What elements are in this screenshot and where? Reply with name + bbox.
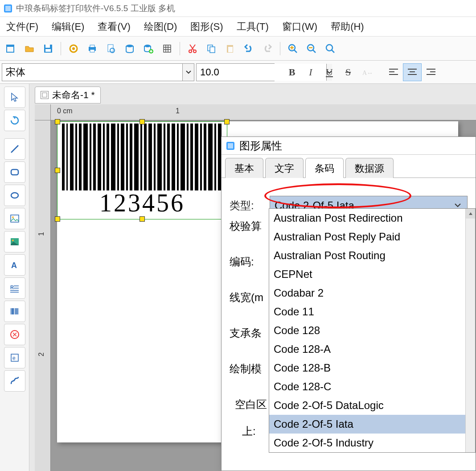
document-tab[interactable]: 未命名-1 * — [35, 87, 101, 103]
titlebar: 中琅条码标签打印软件-V6.5.5 工业版 多机 — [0, 0, 476, 17]
paste-button[interactable] — [222, 41, 238, 57]
database-button[interactable] — [122, 41, 138, 57]
svg-rect-60 — [157, 124, 162, 190]
menu-shape[interactable]: 图形(S) — [188, 18, 226, 35]
svg-rect-39 — [62, 124, 65, 190]
svg-rect-11 — [90, 50, 94, 52]
svg-rect-52 — [121, 124, 124, 190]
strike-button[interactable]: S — [339, 63, 357, 81]
menu-help[interactable]: 帮助(H) — [328, 18, 367, 35]
picture-tool[interactable] — [4, 231, 25, 252]
svg-point-31 — [12, 216, 14, 218]
cut-button[interactable] — [185, 41, 201, 57]
ecode-tool[interactable]: e — [4, 347, 25, 368]
open-button[interactable] — [21, 41, 37, 57]
qrcode-tool[interactable] — [4, 324, 25, 345]
database-add-button[interactable] — [140, 41, 156, 57]
dropdown-option[interactable]: Code 128-B — [269, 359, 475, 377]
svg-rect-5 — [45, 45, 50, 48]
dropdown-option[interactable]: Code 2-Of-5 Industry — [269, 434, 475, 452]
label-encoding: 编码: — [230, 255, 267, 269]
dropdown-option[interactable]: Code 128-A — [269, 340, 475, 359]
tab-barcode[interactable]: 条码 — [305, 158, 344, 178]
grid-button[interactable] — [159, 41, 175, 57]
print-button[interactable] — [84, 41, 100, 57]
barcode-tool[interactable] — [4, 301, 25, 322]
undo-button[interactable] — [241, 41, 257, 57]
menu-view[interactable]: 查看(V) — [95, 18, 133, 35]
svg-rect-66 — [187, 124, 189, 190]
preview-button[interactable] — [103, 41, 119, 57]
dropdown-option[interactable]: CEPNet — [269, 265, 475, 284]
menu-edit[interactable]: 编辑(E) — [49, 18, 87, 35]
barcode-object[interactable]: 123456 — [57, 121, 227, 219]
svg-rect-20 — [210, 47, 215, 53]
align-left-button[interactable] — [384, 63, 403, 81]
zoom-fit-button[interactable] — [322, 41, 338, 57]
svg-text:A: A — [11, 261, 17, 270]
italic-button[interactable]: I — [301, 63, 320, 81]
dropdown-scrollbar[interactable] — [465, 209, 475, 452]
dropdown-option[interactable]: Code 2-Of-5 DataLogic — [269, 396, 475, 415]
dropdown-option[interactable]: Code 2-Of-5 Iata — [269, 415, 475, 434]
bold-button[interactable]: B — [283, 63, 301, 81]
settings-button[interactable] — [66, 41, 82, 57]
svg-point-29 — [11, 193, 18, 198]
tab-basic[interactable]: 基本 — [225, 158, 263, 178]
redo-button[interactable] — [259, 41, 275, 57]
barcode-type-dropdown[interactable]: Australian Post RedirectionAustralian Po… — [269, 208, 476, 453]
label-drawmode: 绘制模 — [230, 362, 267, 376]
dropdown-option[interactable]: Australian Post Redirection — [269, 209, 475, 227]
menu-file[interactable]: 文件(F) — [4, 18, 41, 35]
line-tool[interactable] — [4, 138, 25, 160]
svg-rect-28 — [11, 169, 18, 175]
save-button[interactable] — [40, 41, 56, 57]
dropdown-option[interactable]: Code 128-C — [269, 377, 475, 396]
tab-datasource[interactable]: 数据源 — [345, 158, 394, 178]
dropdown-option[interactable]: Australian Post Reply Paid — [269, 227, 475, 246]
svg-rect-68 — [195, 124, 198, 190]
label-blank: 空白区 — [235, 397, 267, 412]
pointer-tool[interactable] — [4, 87, 25, 108]
svg-rect-42 — [75, 124, 77, 190]
dialog-titlebar[interactable]: 图形属性 — [222, 137, 476, 155]
align-center-button[interactable] — [403, 63, 422, 81]
size-combo[interactable] — [196, 63, 275, 81]
stretch-button[interactable]: A↔ — [357, 63, 376, 81]
dropdown-option[interactable]: Code 128 — [269, 321, 475, 340]
svg-rect-70 — [204, 124, 206, 190]
dropdown-option[interactable]: Australian Post Routing — [269, 246, 475, 265]
ellipse-tool[interactable] — [4, 185, 25, 206]
underline-button[interactable]: U — [320, 63, 339, 81]
zoom-in-button[interactable] — [285, 41, 301, 57]
font-input[interactable] — [2, 64, 182, 81]
image-tool[interactable] — [4, 208, 25, 229]
new-button[interactable] — [3, 41, 19, 57]
svg-rect-67 — [190, 124, 193, 190]
align-right-button[interactable] — [422, 63, 440, 81]
menu-draw[interactable]: 绘图(D) — [141, 18, 180, 35]
properties-dialog[interactable]: 图形属性 基本 文字 条码 数据源 类型: Code 2-Of-5 Iata 校… — [221, 136, 476, 471]
menu-tool[interactable]: 工具(T) — [234, 18, 271, 35]
tab-text[interactable]: 文字 — [265, 158, 304, 178]
rotate-tool[interactable] — [4, 110, 25, 131]
scroll-up-icon[interactable] — [466, 209, 475, 219]
svg-text:R: R — [10, 285, 14, 290]
dropdown-option[interactable]: Codabar 2 — [269, 284, 475, 302]
curve-tool[interactable] — [4, 370, 25, 392]
svg-rect-22 — [228, 47, 233, 52]
menu-window[interactable]: 窗口(W) — [279, 18, 320, 35]
svg-rect-63 — [172, 124, 175, 190]
svg-rect-57 — [144, 124, 147, 190]
font-combo[interactable] — [2, 63, 194, 81]
round-rect-tool[interactable] — [4, 161, 25, 183]
font-dropdown-icon[interactable] — [182, 64, 194, 81]
dropdown-option[interactable]: Code 11 — [269, 302, 475, 321]
svg-rect-45 — [90, 124, 91, 190]
zoom-out-button[interactable] — [304, 41, 320, 57]
vertical-toolbar: A R e — [0, 84, 29, 471]
svg-point-33 — [12, 240, 14, 241]
richtext-tool[interactable]: R — [4, 277, 25, 299]
copy-button[interactable] — [203, 41, 219, 57]
text-tool[interactable]: A — [4, 254, 25, 276]
